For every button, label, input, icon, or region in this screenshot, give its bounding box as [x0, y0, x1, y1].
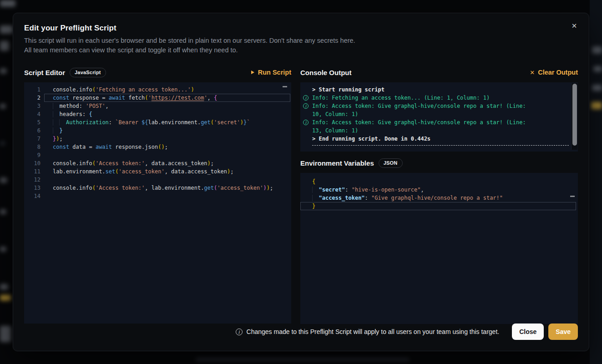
clear-icon: ✕ [530, 69, 535, 76]
env-line[interactable]: "secret": "hive-is-open-source", [300, 186, 578, 194]
code-line[interactable]: 2const response = await fetch('https://t… [24, 94, 291, 102]
console-line-text: > Start running script [312, 86, 538, 94]
code-line-content[interactable]: }); [44, 135, 290, 143]
line-number: 6 [24, 126, 44, 135]
console-line-text: > End running script. Done in 0.442s [312, 135, 538, 143]
clear-output-label: Clear Output [538, 69, 578, 76]
code-token: 'access_token' [119, 168, 165, 175]
code-token: ) [267, 185, 270, 191]
env-line-content[interactable]: "secret": "hive-is-open-source", [300, 186, 576, 194]
code-token: , [106, 103, 109, 109]
code-token: response = [69, 95, 109, 101]
code-token: fetch [125, 95, 145, 101]
play-icon [251, 70, 255, 75]
code-token: { [312, 178, 315, 185]
environment-variables-editor[interactable]: { "secret": "hive-is-open-source", "acce… [300, 173, 578, 324]
code-token: ( [92, 86, 96, 93]
code-token: , [420, 187, 424, 193]
code-line-content[interactable] [44, 192, 290, 200]
code-line[interactable]: 12 [24, 176, 291, 184]
code-line-content[interactable] [44, 151, 290, 159]
background-blur-decor [0, 284, 8, 290]
code-token: ` [247, 119, 250, 126]
code-line[interactable]: 1console.info('Fetching an access token.… [24, 86, 291, 94]
env-line[interactable]: { [300, 177, 578, 186]
code-token: `Bearer [115, 119, 142, 126]
code-token: ' [204, 95, 207, 101]
console-scrollbar[interactable] [571, 83, 577, 150]
line-number: 7 [24, 135, 44, 143]
code-line-content[interactable]: const response = await fetch('https://te… [44, 94, 290, 102]
code-token: , data.access_token [145, 160, 207, 167]
save-button[interactable]: Save [548, 324, 578, 340]
code-token: "Give graphql-hive/console repo a star!" [371, 195, 503, 201]
code-token: https://test.com [152, 95, 204, 101]
info-circle-icon: i [303, 95, 309, 101]
code-token: ) [161, 144, 164, 150]
env-line-content[interactable]: "access_token": "Give graphql-hive/conso… [300, 194, 576, 202]
code-line[interactable]: 4 headers: { [24, 110, 291, 118]
footer-note: Changes made to this Preflight Script wi… [247, 328, 500, 335]
code-line[interactable]: 14 [24, 192, 291, 200]
env-line[interactable]: } [300, 202, 578, 210]
code-token: "hive-is-open-source" [352, 187, 421, 193]
background-blur-decor [0, 41, 9, 51]
console-icon-cell: i [302, 94, 309, 102]
background-blur-decor [0, 141, 5, 146]
line-number: 13 [24, 184, 44, 192]
code-line[interactable]: 7}); [24, 135, 291, 143]
console-scrollbar-thumb[interactable] [572, 84, 577, 146]
code-token: } [59, 127, 62, 134]
info-circle-icon: i [303, 120, 309, 125]
code-line-content[interactable]: lab.environment.set('access_token', data… [44, 167, 290, 176]
code-line[interactable]: 13console.info('Access token:', lab.envi… [24, 184, 291, 192]
code-line[interactable]: 9 [24, 151, 291, 159]
code-line[interactable]: 8const data = await response.json(); [24, 143, 291, 151]
indent-guide [59, 119, 66, 126]
script-editor[interactable]: 1console.info('Fetching an access token.… [24, 82, 291, 324]
code-line[interactable]: 6 } [24, 126, 291, 135]
env-line-content[interactable]: { [300, 177, 576, 186]
run-script-button[interactable]: Run Script [251, 69, 291, 76]
code-token: console.info [53, 185, 92, 191]
code-line-content[interactable]: method: 'POST', [44, 102, 290, 110]
code-line-content[interactable]: Authorization: `Bearer ${lab.environment… [44, 118, 290, 126]
code-token: 'secret' [214, 119, 240, 126]
code-token: 'Access token:' [96, 160, 145, 167]
code-token: { [89, 111, 92, 117]
code-line[interactable]: 3 method: 'POST', [24, 102, 291, 110]
background-blur-decor [593, 66, 602, 72]
console-line-text: Info: Fetching an access token... (Line:… [312, 94, 538, 102]
code-line-content[interactable]: const data = await response.json(); [44, 143, 290, 151]
console-separator [312, 145, 569, 146]
env-line[interactable]: "access_token": "Give graphql-hive/conso… [300, 194, 578, 202]
code-token: set [106, 168, 116, 175]
code-line-content[interactable]: console.info('Access token:', lab.enviro… [44, 184, 290, 192]
code-token: ( [115, 168, 118, 175]
env-line-content[interactable]: } [300, 202, 576, 210]
code-line-content[interactable]: console.info('Fetching an access token..… [44, 86, 290, 94]
background-blur-decor [591, 102, 602, 109]
code-token: headers: [59, 111, 89, 117]
code-line-content[interactable]: } [44, 126, 290, 135]
close-button[interactable]: Close [512, 324, 544, 340]
code-token: ; [165, 144, 168, 150]
code-line-content[interactable]: console.info('Access token:', data.acces… [44, 159, 290, 167]
clear-output-button[interactable]: ✕ Clear Output [530, 69, 578, 76]
code-line-content[interactable] [44, 176, 290, 184]
code-line-content[interactable]: headers: { [44, 110, 290, 118]
code-line[interactable]: 11lab.environment.set('access_token', da… [24, 167, 291, 176]
modal-description-line2: All team members can view the script and… [24, 46, 578, 55]
code-token: "secret" [319, 187, 345, 193]
code-token: ) [191, 86, 194, 93]
code-token: , lab.environment. [145, 185, 204, 191]
line-number: 14 [24, 192, 44, 200]
script-editor-title: Script Editor [24, 69, 65, 76]
console-icon-cell [302, 135, 309, 143]
preflight-script-modal: ✕ Edit your Preflight Script This script… [13, 13, 589, 351]
close-icon[interactable]: ✕ [569, 20, 580, 31]
console-output-title: Console Output [300, 69, 352, 76]
code-line[interactable]: 10console.info('Access token:', data.acc… [24, 159, 291, 167]
code-line[interactable]: 5 Authorization: `Bearer ${lab.environme… [24, 118, 291, 126]
indent-guide [53, 127, 59, 134]
